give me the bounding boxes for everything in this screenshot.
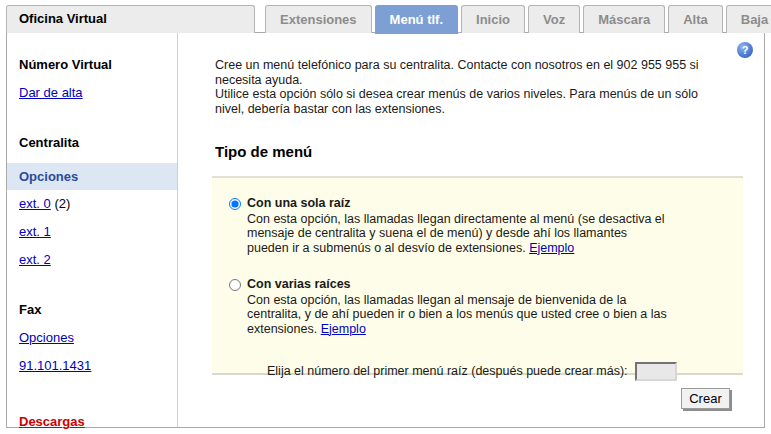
root-number-label: Elija el número del primer menú raíz (de… [267, 364, 628, 378]
tab-voz[interactable]: Voz [528, 5, 580, 33]
sidebar-item-dar-de-alta[interactable]: Dar de alta [7, 85, 177, 101]
root-number-input[interactable] [635, 362, 677, 381]
multi-root-line: centralita, y de ahí pueden ir o bien a … [247, 307, 667, 322]
ext1-link[interactable]: ext. 1 [19, 224, 51, 239]
sidebar-item-ext0[interactable]: ext. 0 (2) [7, 196, 177, 212]
sidebar-item-descargas[interactable]: Descargas [7, 414, 177, 430]
ext2-link[interactable]: ext. 2 [19, 252, 51, 267]
oficina-virtual-page: Oficina Virtual Extensiones Menú tlf. In… [0, 0, 771, 434]
multi-root-ejemplo-link[interactable]: Ejemplo [321, 322, 366, 336]
fax-opciones-link[interactable]: Opciones [19, 330, 74, 345]
sidebar-item-ext1[interactable]: ext. 1 [7, 224, 177, 240]
single-root-radio[interactable] [229, 198, 241, 210]
app-title: Oficina Virtual [6, 5, 255, 33]
dar-de-alta-link[interactable]: Dar de alta [19, 85, 83, 100]
intro-line: nivel, debería bastar con las extensione… [215, 102, 699, 117]
root-number-row: Elija el número del primer menú raíz (de… [267, 362, 743, 381]
intro-line: Cree un menú telefónico para su centrali… [215, 58, 699, 73]
tab-alta[interactable]: Alta [668, 5, 723, 33]
descargas-link[interactable]: Descargas [19, 414, 85, 429]
main-panel: ? Cree un menú telefónico para su centra… [179, 33, 764, 427]
sidebar: Número Virtual Dar de alta Centralita Op… [7, 33, 178, 427]
fax-number-link[interactable]: 91.101.1431 [19, 358, 91, 373]
single-root-ejemplo-link[interactable]: Ejemplo [529, 241, 574, 255]
tab-extensiones[interactable]: Extensiones [265, 5, 372, 33]
help-icon[interactable]: ? [737, 42, 753, 58]
sidebar-item-fax-number[interactable]: 91.101.1431 [7, 358, 177, 374]
tab-strip: Extensiones Menú tlf. Inicio Voz Máscara… [262, 5, 771, 33]
create-button[interactable]: Crear [681, 388, 730, 409]
tab-bar: Oficina Virtual Extensiones Menú tlf. In… [6, 5, 765, 33]
ext0-count: (2) [54, 196, 70, 211]
single-root-title: Con una sola raíz [247, 196, 665, 211]
tab-baja[interactable]: Baja [726, 5, 771, 33]
option-multi-root[interactable]: Con varias raíces Con esta opción, las l… [229, 277, 743, 336]
single-root-line: Con esta opción, las llamadas llegan dir… [247, 212, 665, 227]
tab-mascara[interactable]: Máscara [583, 5, 665, 33]
intro-text: Cree un menú telefónico para su centrali… [215, 58, 699, 116]
sidebar-item-ext2[interactable]: ext. 2 [7, 252, 177, 268]
ext0-link[interactable]: ext. 0 [19, 196, 51, 211]
menu-type-panel: Con una sola raíz Con esta opción, las l… [212, 176, 743, 375]
multi-root-title: Con varias raíces [247, 277, 667, 292]
intro-line: Utilice esta opción sólo si desea crear … [215, 87, 699, 102]
single-root-text: Con una sola raíz Con esta opción, las l… [247, 196, 665, 255]
sidebar-item-opciones-centralita[interactable]: Opciones [7, 163, 177, 190]
option-single-root[interactable]: Con una sola raíz Con esta opción, las l… [229, 196, 743, 255]
sidebar-heading-fax: Fax [7, 302, 177, 318]
sidebar-heading-centralita: Centralita [7, 135, 177, 151]
multi-root-line: extensiones. Ejemplo [247, 322, 667, 337]
multi-root-line: Con esta opción, las llamadas llegan al … [247, 293, 667, 308]
sidebar-item-fax-opciones[interactable]: Opciones [7, 330, 177, 346]
content-frame: Número Virtual Dar de alta Centralita Op… [6, 32, 765, 428]
tab-inicio[interactable]: Inicio [461, 5, 525, 33]
multi-root-text: Con varias raíces Con esta opción, las l… [247, 277, 667, 336]
sidebar-heading-numero-virtual: Número Virtual [7, 57, 177, 73]
single-root-line: pueden ir a submenús o al desvío de exte… [247, 241, 665, 256]
section-title: Tipo de menú [215, 143, 312, 160]
intro-line: necesita ayuda. [215, 73, 699, 88]
multi-root-radio[interactable] [229, 279, 241, 291]
single-root-line: mensaje de centralita y suena el de menú… [247, 226, 665, 241]
tab-menu-tlf[interactable]: Menú tlf. [375, 5, 458, 34]
